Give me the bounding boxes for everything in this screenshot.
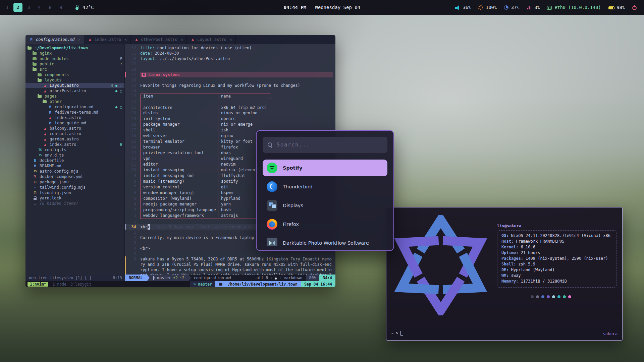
tree-item[interactable]: contact.astro — [25, 131, 124, 136]
tree-item[interactable]: ~/Development/liv.town — [25, 45, 124, 51]
line-number: 32 — [127, 45, 140, 51]
tab-close-icon[interactable] — [181, 37, 183, 42]
line-number: 8 — [127, 179, 140, 185]
tree-item[interactable]: configuration.md ● □ — [25, 104, 124, 110]
file-encoding: utf-8 — [257, 276, 268, 280]
workspace-button[interactable]: 9 — [56, 3, 65, 12]
tree-item[interactable]: components — [25, 72, 124, 77]
tree-item[interactable]: README.md — [25, 163, 124, 169]
fetch-label: Kernel: — [501, 245, 519, 250]
file-icon — [33, 180, 38, 185]
file-icon — [38, 73, 42, 76]
tree-item[interactable]: garden.astro — [25, 136, 124, 142]
launcher-item[interactable]: Thunderbird — [263, 178, 387, 195]
bar-module[interactable]: 100% — [478, 5, 497, 10]
tree-item[interactable]: balcony.astro — [25, 126, 124, 131]
tmux-window[interactable]: 1:nvim* — [28, 282, 48, 287]
app-label: Displays — [283, 203, 303, 208]
tree-item[interactable]: Layout.astro H ● □ — [25, 83, 124, 88]
editor-tab[interactable]: index.astro — [84, 35, 131, 44]
launcher-item[interactable]: Firefox — [263, 216, 387, 233]
line-number: 3 — [127, 207, 140, 213]
editor-tab[interactable]: configuration.md — [25, 35, 84, 44]
tree-item-badge: ● □ — [115, 89, 122, 93]
tree-item-label: nginx — [40, 51, 52, 56]
tree-item[interactable]: other — [25, 99, 124, 104]
launcher-item[interactable]: Spotify — [263, 160, 387, 176]
table-cell-item: browser — [140, 145, 218, 150]
tree-item[interactable]: Dockerfile — [25, 158, 124, 163]
workspace-button[interactable]: 2 — [13, 3, 22, 12]
bar-module[interactable]: 37% — [504, 5, 519, 10]
shell-prompt[interactable]: ~ > — [391, 331, 403, 336]
bar-module[interactable]: 3% — [527, 5, 540, 10]
tmux-window[interactable]: 2:node — [52, 282, 66, 287]
tree-item[interactable]: package.json — [25, 179, 124, 185]
bar-module[interactable] — [632, 5, 639, 10]
line-number: 11 — [127, 162, 140, 168]
table-cell-item: architecture — [140, 105, 218, 111]
tree-item[interactable]: tone-guide.md — [25, 120, 124, 126]
launcher-item[interactable]: Displays — [263, 197, 387, 214]
status-bar: 1 2 3 4 8 9 42°C 04:44 PM Wednesday Sep … — [0, 0, 644, 15]
fetch-line: Shell: zsh 5.9 — [501, 262, 612, 267]
fetch-value: 11731MiB / 31280MiB — [521, 279, 567, 285]
table-cell-item: web server — [140, 133, 218, 139]
file-icon — [43, 88, 48, 94]
tab-close-icon[interactable] — [78, 37, 80, 42]
bar-module[interactable]: 36% — [455, 5, 471, 10]
tree-item-label: public — [40, 62, 54, 66]
tree-item[interactable]: otherPost.astro ● □ — [25, 88, 124, 94]
tree-item[interactable]: pages — [25, 94, 124, 99]
clock[interactable]: 04:44 PM Wednesday Sep 04 — [284, 5, 360, 10]
tree-item-label: components — [45, 72, 69, 77]
tree-item[interactable]: config.ts — [25, 147, 124, 153]
tree-item[interactable]: docker-compose.yml — [25, 174, 124, 179]
editor-tab[interactable]: Layout.astro — [187, 35, 236, 44]
module-icon — [632, 6, 637, 10]
app-label: Spotify — [283, 165, 302, 171]
table-cell-name: openrc — [218, 116, 271, 122]
tree-item[interactable]: tailwind.config.mjs — [25, 185, 124, 190]
tree-item[interactable]: tsconfig.json — [25, 190, 124, 195]
search-input[interactable] — [277, 142, 383, 148]
tree-item[interactable]: env.d.ts — [25, 153, 124, 158]
table-cell-item: vpn — [140, 156, 218, 162]
tree-item[interactable]: index.astro — [25, 115, 124, 120]
workspace-button[interactable]: 8 — [46, 3, 55, 12]
editor-line: 32 title: configuration for devices i us… — [125, 45, 335, 51]
tmux-window[interactable]: 3:lazygit — [70, 282, 91, 287]
tab-close-icon[interactable] — [124, 37, 127, 42]
search-box[interactable] — [263, 137, 387, 153]
tree-item-badge: ? — [120, 62, 122, 66]
table-cell-item: webdev language/framework — [140, 213, 218, 219]
tab-close-icon[interactable] — [230, 37, 232, 42]
tree-item[interactable]: fediverse-terms.md — [25, 110, 124, 115]
line-number: 24 — [127, 88, 140, 94]
tmux-git-segment: > master — [190, 281, 215, 287]
workspace-button[interactable]: 3 — [24, 3, 33, 12]
tree-item[interactable]: yarn.lock — [25, 195, 124, 201]
tree-item[interactable]: astro.config.mjs — [25, 169, 124, 174]
tree-item[interactable]: (6 hidden items) — [25, 201, 124, 206]
tree-item[interactable]: node_modules E — [25, 56, 124, 61]
launcher-item[interactable]: Darktable Photo Workflow Software — [263, 235, 387, 246]
tree-item[interactable]: public ? — [25, 61, 124, 67]
tree-item[interactable]: layouts — [25, 77, 124, 83]
editor-tab[interactable]: otherPost.astro — [131, 35, 187, 44]
file-icon — [43, 137, 48, 142]
launcher-results: Spotify Thunderbird Displays Firefox — [263, 160, 387, 246]
bar-module[interactable]: eth0 (10.0.0.140) — [547, 5, 601, 10]
fetch-line: DE: Hyprland (Wayland) — [501, 267, 612, 273]
workspace-button[interactable]: 1 — [3, 3, 12, 12]
tree-item[interactable]: src — [25, 67, 124, 72]
tree-item[interactable]: nginx — [25, 51, 124, 56]
heading-line: 27 Linux systems — [125, 72, 335, 77]
tmux-cwd: /home/liv/Development/liv.town — [228, 282, 298, 287]
table-cell-item: music (streaming) — [140, 179, 218, 185]
fastfetch-output: liv@sakura OS: NixOS 24.11.20240828.71e9… — [497, 224, 616, 288]
tree-item[interactable]: index.astro H — [25, 142, 124, 147]
bar-module[interactable]: 98% — [608, 5, 625, 10]
fetch-line: OS: NixOS 24.11.20240828.71e91c4 (Vicuna… — [501, 233, 612, 239]
workspace-button[interactable]: 4 — [35, 3, 44, 12]
